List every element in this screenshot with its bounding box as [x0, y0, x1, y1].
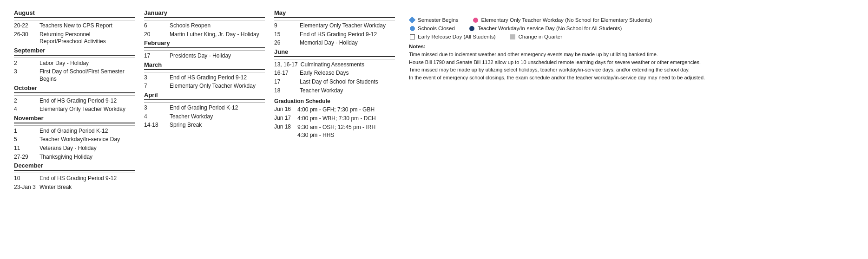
month-november: November — [14, 115, 135, 123]
notes-line-2: House Bill 1790 and Senate Bill 1132 all… — [409, 58, 849, 66]
event-desc: Culminating Assessments — [301, 61, 364, 69]
event-date: 6 — [144, 22, 170, 29]
list-item: 10 End of HS Grading Period 9-12 — [14, 175, 135, 182]
event-date: 10 — [14, 175, 39, 181]
event-desc: End of HS Grading Period 9-12 — [39, 97, 117, 105]
section-february: February 17 Presidents Day - Holiday — [144, 39, 265, 60]
notes-line-4: In the event of emergency school closing… — [409, 74, 849, 82]
col3-may-june: May 9 Elementary Only Teacher Workday 15… — [270, 9, 400, 140]
list-item: 26-30 Returning Personnel Report/Prescho… — [14, 31, 135, 45]
list-item: 9 Elementary Only Teacher Workday — [274, 22, 395, 30]
legend-label-teacher-workday: Teacher Workday/In-service Day (No Schoo… — [478, 26, 622, 31]
event-date: 11 — [14, 145, 39, 151]
section-april: April 3 End of Grading Period K-12 4 Tea… — [144, 91, 265, 129]
legend-item-early-release: Early Release Day (All Students) — [409, 33, 495, 40]
event-date: 3 — [144, 74, 170, 81]
event-desc: Elementary Only Teacher Workday — [39, 106, 125, 113]
section-january: January 6 Schools Reopen 20 Martin Luthe… — [144, 9, 265, 38]
list-item: 14-18 Spring Break — [144, 122, 265, 129]
list-item: 2 End of HS Grading Period 9-12 — [14, 97, 135, 105]
circle-dark-icon — [469, 25, 475, 32]
month-september: September — [14, 47, 135, 56]
list-item: 3 End of Grading Period K-12 — [144, 104, 265, 112]
event-date: 7 — [144, 83, 170, 89]
list-item: 27-29 Thanksgiving Holiday — [14, 154, 135, 161]
legend-row-3: Early Release Day (All Students) Change … — [409, 33, 849, 40]
legend-label-schools-closed: Schools Closed — [418, 26, 455, 31]
event-desc: End of HS Grading Period 9-12 — [39, 175, 117, 182]
event-date: 18 — [274, 87, 300, 94]
event-date: 17 — [144, 52, 170, 59]
grad-date: Jun 17 — [274, 115, 297, 123]
legend-label-semester: Semester Begins — [418, 17, 459, 23]
event-date: 26-30 — [14, 31, 39, 38]
event-desc: Labor Day - Holiday — [39, 60, 89, 67]
legend-item-change-quarter: Change in Quarter — [509, 33, 562, 40]
month-april: April — [144, 91, 265, 100]
event-date: 20-22 — [14, 22, 39, 29]
list-item: 15 End of HS Grading Period 9-12 — [274, 31, 395, 39]
month-may: May — [274, 9, 395, 18]
list-item: 2 Labor Day - Holiday — [14, 60, 135, 67]
section-november: November 1 End of Grading Period K-12 5 … — [14, 115, 135, 161]
square-outline-icon — [409, 33, 415, 40]
circle-blue-icon — [409, 25, 415, 32]
list-item: Jun 16 4:00 pm - GFH; 7:30 pm - GBH — [274, 106, 395, 114]
event-desc: Winter Break — [39, 184, 72, 191]
event-desc: Last Day of School for Students — [300, 78, 378, 86]
event-date: 14-18 — [144, 122, 170, 128]
event-desc: Thanksgiving Holiday — [39, 154, 92, 161]
grad-detail: 4:00 pm - GFH; 7:30 pm - GBH — [297, 106, 375, 114]
notes-line-1: Time missed due to inclement weather and… — [409, 51, 849, 58]
list-item: 5 Teacher Workday/In-service Day — [14, 136, 135, 143]
list-item: 3 First Day of School/First Semester Beg… — [14, 68, 135, 83]
event-date: 2 — [14, 60, 39, 66]
grad-date: Jun 18 — [274, 123, 297, 139]
event-date: 13, 16-17 — [274, 61, 301, 68]
graduation-schedule: Graduation Schedule Jun 16 4:00 pm - GFH… — [274, 98, 395, 139]
month-june: June — [274, 48, 395, 57]
section-march: March 3 End of HS Grading Period 9-12 7 … — [144, 61, 265, 90]
legend-row-1: Semester Begins Elementary Only Teacher … — [409, 17, 849, 23]
legend-item-teacher-workday: Teacher Workday/In-service Day (No Schoo… — [469, 25, 622, 32]
section-june: June 13, 16-17 Culminating Assessments 1… — [274, 48, 395, 94]
grad-detail: 9:30 am - OSH; 12:45 pm - IRH 4:30 pm - … — [297, 123, 375, 139]
square-gray-icon — [509, 33, 516, 40]
notes-title: Notes: — [409, 43, 849, 51]
notes-section: Notes: Time missed due to inclement weat… — [409, 43, 849, 81]
month-february: February — [144, 39, 265, 48]
list-item: 23-Jan 3 Winter Break — [14, 184, 135, 191]
list-item: 3 End of HS Grading Period 9-12 — [144, 74, 265, 82]
list-item: 13, 16-17 Culminating Assessments — [274, 61, 395, 69]
event-desc: Teacher Workday/In-service Day — [39, 136, 120, 143]
event-date: 27-29 — [14, 154, 39, 160]
list-item: 17 Presidents Day - Holiday — [144, 52, 265, 60]
section-december: December 10 End of HS Grading Period 9-1… — [14, 162, 135, 191]
event-date: 5 — [14, 136, 39, 142]
list-item: Jun 17 4:00 pm - WBH; 7:30 pm - DCH — [274, 115, 395, 123]
diamond-icon — [409, 17, 415, 23]
list-item: 20 Martin Luther King, Jr. Day - Holiday — [144, 31, 265, 39]
legend-item-elementary-workday: Elementary Only Teacher Workday (No Scho… — [473, 17, 652, 23]
event-date: 23-Jan 3 — [14, 184, 39, 190]
legend-item-schools-closed: Schools Closed — [409, 25, 455, 32]
legend-label-early-release: Early Release Day (All Students) — [418, 34, 495, 39]
event-date: 17 — [274, 78, 300, 85]
event-desc: Teacher Workday — [300, 87, 343, 95]
section-may: May 9 Elementary Only Teacher Workday 15… — [274, 9, 395, 47]
section-september: September 2 Labor Day - Holiday 3 First … — [14, 47, 135, 83]
list-item: 16-17 Early Release Days — [274, 70, 395, 77]
event-date: 9 — [274, 22, 300, 29]
event-desc: Memorial Day - Holiday — [300, 39, 358, 47]
col4-legend-notes: Semester Begins Elementary Only Teacher … — [400, 9, 859, 81]
month-march: March — [144, 61, 265, 70]
event-desc: Martin Luther King, Jr. Day - Holiday — [170, 31, 259, 39]
event-desc: End of Grading Period K-12 — [170, 104, 238, 112]
event-date: 3 — [14, 68, 39, 75]
event-desc: End of HS Grading Period 9-12 — [300, 31, 377, 39]
section-october: October 2 End of HS Grading Period 9-12 … — [14, 84, 135, 113]
event-date: 26 — [274, 39, 300, 46]
grad-detail: 4:00 pm - WBH; 7:30 pm - DCH — [297, 115, 376, 123]
list-item: 4 Elementary Only Teacher Workday — [14, 106, 135, 113]
legend-row-2: Schools Closed Teacher Workday/In-servic… — [409, 25, 849, 32]
